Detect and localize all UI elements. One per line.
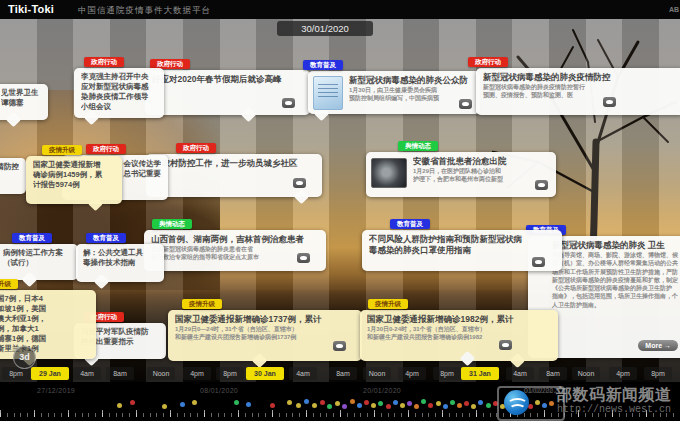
event-title: 新型冠状病毒感染的肺炎 卫生 (552, 240, 679, 251)
category-tag: 教育普及 (390, 219, 430, 229)
event-dot (312, 403, 317, 408)
event-text: 解：公共交通工具 (83, 248, 157, 258)
event-text: 李克强主持召开中央 (81, 72, 157, 82)
category-tag: 政府行动 (468, 57, 508, 67)
card-content: 好应对2020年春节假期后就诊高峰 (152, 74, 303, 111)
category-tag: 政府行动 (176, 143, 216, 153)
event-card-anhui-discharged[interactable]: 舆情动态安徽省首批患者治愈出院1月29日，在医护团队精心诊治和护理下，合肥市和亳… (366, 152, 556, 197)
event-card-rural-prevention[interactable]: 政府行动好农村防控工作，进一步动员城乡社区 (146, 154, 322, 197)
event-title: 新型冠状病毒感染的肺炎公众防 (349, 75, 473, 86)
axis-date-label: 29 Jan (31, 367, 69, 380)
event-body: 场所和工作场所开展预防性卫生防护措施，严防 (552, 268, 679, 276)
watermark-logo-frame (497, 386, 565, 421)
timeline-axis[interactable]: 8pm29 Jan4am8amNoon4pm8pm30 Jan4am8amNoo… (0, 367, 680, 382)
event-text: 毒操作技术指南 (83, 258, 157, 268)
event-card-transfer-plan[interactable]: 教育普及病例转运工作方案（试行） (0, 244, 78, 280)
event-dot (320, 400, 325, 405)
app-logo[interactable]: Tiki-Toki (8, 3, 54, 15)
card-content: 国家卫健委通报新增确诊病例1459例，累计报告5974例 (33, 160, 115, 200)
axis-time-label: 4am (73, 367, 101, 380)
event-dot (450, 400, 455, 405)
event-body: 1月29日0—24时，31个省（自治区、直辖市） (175, 325, 355, 333)
current-date-marker: 30/01/2020 (277, 21, 373, 36)
comment-icon[interactable] (333, 341, 346, 351)
card-content: 不同风险人群防护指南和预防新型冠状病毒感染的肺炎口罩使用指南 (369, 234, 555, 267)
3d-view-button[interactable]: 3d (13, 346, 36, 369)
event-card-epidemic-control-plan[interactable]: 政府行动新型冠状病毒感染的肺炎疫情防控新型冠状病毒感染的肺炎疫情防控暂行预测、疫… (476, 68, 680, 115)
event-dot (350, 399, 355, 404)
event-dot (471, 404, 476, 409)
event-card-spring-festival-peak[interactable]: 政府行动好应对2020年春节假期后就诊高峰 (145, 70, 310, 115)
comment-icon[interactable] (297, 253, 310, 263)
event-body: 1月30日，由卫生健康委员会疾病 (349, 86, 473, 94)
document-thumbnail (313, 76, 343, 110)
event-text: 国家卫健委通报新增 (33, 160, 115, 170)
event-card-nhc-1459[interactable]: 疫情升级国家卫健委通报新增确诊病例1459例，累计报告5974例 (26, 156, 122, 204)
event-text: 埔寨1例，德国 (0, 334, 89, 344)
event-body: 预防控制局组织编写，中国疾病预 (349, 94, 473, 102)
card-content: 安徽省首批患者治愈出院1月29日，在医护团队精心诊治和护理下，合肥市和亳州市两位… (413, 156, 549, 193)
category-tag: 舆情动态 (398, 141, 438, 151)
event-body: 为指导宾馆、商场、影院、游泳馆、博物馆、候 (552, 251, 679, 259)
photo-thumbnail (371, 158, 407, 188)
event-card-public-prevention-guide[interactable]: 教育普及新型冠状病毒感染的肺炎公众防1月30日，由卫生健康委员会疾病预防控制局组… (308, 71, 480, 114)
category-tag: 舆情动态 (152, 219, 192, 229)
event-dot (428, 403, 433, 408)
event-card-transport-disinfect[interactable]: 教育普及解：公共交通工具毒操作技术指南 (76, 244, 164, 282)
event-card-likeqiang-leading-group[interactable]: 政府行动李克强主持召开中央应对新型冠状病毒感染肺炎疫情工作领导小组会议 (74, 68, 164, 118)
card-content: 情防控 (0, 162, 19, 190)
event-card-nhc-1737[interactable]: 疫情升级国家卫健委通报新增确诊1737例，累计1月29日0—24时，31个省（自… (168, 310, 362, 361)
event-body: 新型冠状病毒感染的肺炎疫情防控暂行 (483, 83, 677, 91)
axis-time-label: 8pm (216, 367, 244, 380)
axis-time-label: 4pm (398, 367, 426, 380)
category-tag: 疫情升级 (42, 145, 82, 155)
event-body: 医疗救治专家组的指导和省级定点太原市 (151, 253, 319, 261)
event-title: 山西首例、湖南两例，吉林首例治愈患者 (151, 234, 319, 245)
event-card-who-meeting[interactable]: 见世界卫生谭德塞 (0, 84, 48, 120)
event-body: 新型冠状病毒感染的肺炎疫情蔓延和扩散，制定 (552, 276, 679, 284)
event-dot (371, 403, 376, 408)
more-button[interactable]: More → (638, 340, 678, 351)
event-card-shanxi-cured[interactable]: 舆情动态山西首例、湖南两例，吉林首例治愈患者首例新型冠状病毒感染的肺炎患者在省医… (144, 230, 326, 271)
event-dot (486, 403, 491, 408)
card-content: 见世界卫生谭德塞 (1, 88, 41, 116)
mini-date-label: 27/12/2019 (37, 387, 75, 394)
event-body: 护理下，合肥市和亳州市两位新型 (413, 175, 549, 183)
event-card-nhc-1982[interactable]: 疫情升级国家卫健委通报新增确诊1982例，累计1月30日0-24时，31个省（自… (360, 310, 558, 361)
axis-time-label: 8pm (433, 367, 461, 380)
event-dot (421, 399, 426, 404)
event-text: 加坡1例，美国 (0, 304, 89, 314)
card-content: 国家卫健委通报新增确诊1982例，累计1月30日0-24时，31个省（自治区、直… (367, 314, 551, 357)
comment-icon[interactable] (459, 99, 472, 109)
mini-date-label: 08/01/2020 (200, 387, 238, 394)
axis-time-label: 8am (329, 367, 357, 380)
event-text: 小组会议 (81, 102, 157, 112)
card-content: 国家卫健委通报新增确诊1737例，累计1月29日0—24时，31个省（自治区、直… (175, 314, 355, 357)
axis-time-label: Noon (572, 367, 600, 380)
header-corner-label[interactable]: AB (669, 6, 679, 13)
comment-icon[interactable] (535, 180, 548, 190)
comment-icon[interactable] (532, 257, 545, 267)
card-content: 山西首例、湖南两例，吉林首例治愈患者首例新型冠状病毒感染的肺炎患者在省医疗救治专… (151, 234, 319, 267)
event-body: 1月29日，在医护团队精心诊治和 (413, 167, 549, 175)
comment-icon[interactable] (603, 97, 616, 107)
comment-icon[interactable] (499, 340, 512, 350)
event-text: 染肺炎疫情工作领导 (81, 92, 157, 102)
event-dot (386, 404, 391, 409)
event-card-risk-groups-guide[interactable]: 教育普及不同风险人群防护指南和预防新型冠状病毒感染的肺炎口罩使用指南 (362, 230, 562, 271)
event-card-left-edge-event[interactable]: 情防控 (0, 158, 26, 194)
event-text: 确诊病例1459例，累 (33, 170, 115, 180)
comment-icon[interactable] (293, 178, 306, 188)
event-dot (117, 403, 122, 408)
event-body: 《公共场所新型冠状病毒感染的肺炎卫生防护 (552, 284, 679, 292)
comment-icon[interactable] (282, 98, 295, 108)
card-content: 新型冠状病毒感染的肺炎疫情防控新型冠状病毒感染的肺炎疫情防控暂行预测、疫情报告、… (483, 72, 677, 111)
axis-time-label: 4pm (609, 367, 637, 380)
event-text: 国7例，日本4 (0, 294, 89, 304)
event-dot (246, 402, 251, 407)
event-card-intl-cases[interactable]: 疫情升级国7例，日本4加坡1例，美国澳大利亚1例，例，加拿大1埔寨1例，德国斯里… (0, 290, 96, 359)
event-dot (414, 404, 419, 409)
watermark: 01/02/202 部数码新闻频道 http://news.west.cn (495, 383, 680, 421)
event-title: 毒感染的肺炎口罩使用指南 (369, 245, 555, 256)
header-bar: Tiki-Toki 中国信通院疫情事件大数据平台 AB (0, 0, 680, 19)
